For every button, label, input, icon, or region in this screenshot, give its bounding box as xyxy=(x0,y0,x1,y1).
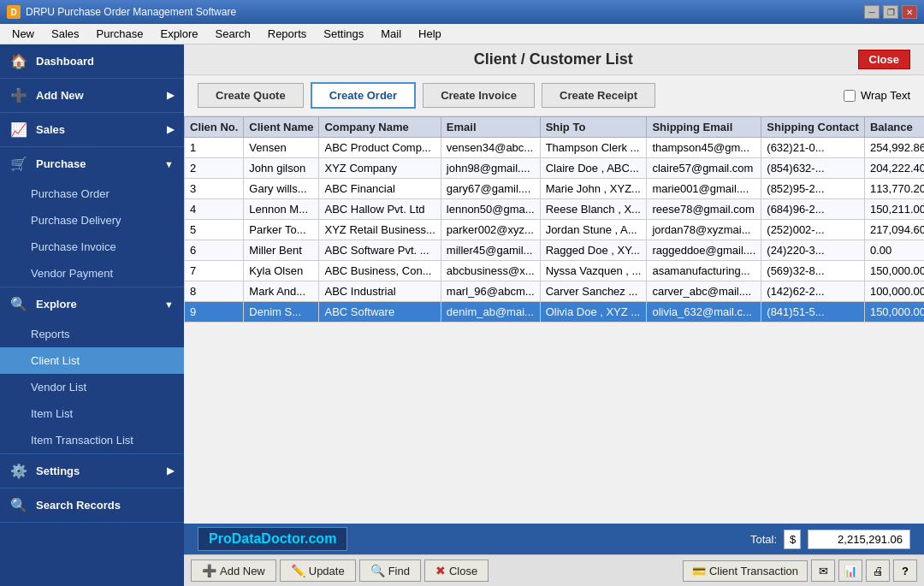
add-new-arrow-icon: ▶ xyxy=(167,90,174,101)
create-receipt-button[interactable]: Create Receipt xyxy=(542,83,655,108)
sidebar-section-purchase: 🛒 Purchase ▼ Purchase Order Purchase Del… xyxy=(0,147,184,287)
table-row[interactable]: 2John gilsonXYZ Companyjohn98@gmail....C… xyxy=(185,158,925,179)
footer-bar: ➕ Add New ✏️ Update 🔍 Find ✖ Close 💳 Cli… xyxy=(184,554,924,586)
close-footer-icon: ✖ xyxy=(435,564,446,577)
sidebar: 🏠 Dashboard ➕ Add New ▶ 📈 Sales ▶ 🛒 xyxy=(0,44,184,586)
sidebar-item-settings[interactable]: ⚙️ Settings ▶ xyxy=(0,454,184,488)
menu-new[interactable]: New xyxy=(3,26,43,42)
explore-arrow-icon: ▼ xyxy=(164,299,174,310)
update-icon: ✏️ xyxy=(291,564,305,577)
table-row[interactable]: 1VensenABC Product Comp...vensen34@abc..… xyxy=(185,138,925,158)
sidebar-sales-label: Sales xyxy=(36,123,65,136)
dashboard-icon: 🏠 xyxy=(10,53,27,69)
sidebar-item-item-list[interactable]: Item List xyxy=(0,400,184,427)
client-transaction-button[interactable]: 💳 Client Transaction xyxy=(683,560,808,582)
settings-arrow-icon: ▶ xyxy=(167,465,174,476)
menu-mail[interactable]: Mail xyxy=(372,26,410,42)
sidebar-item-sales[interactable]: 📈 Sales ▶ xyxy=(0,113,184,146)
minimize-button[interactable]: ─ xyxy=(864,5,880,19)
bottom-bar: ProDataDoctor.com Total: $ 2,215,291.06 xyxy=(184,524,924,554)
table-row[interactable]: 7Kyla OlsenABC Business, Con...abcbusine… xyxy=(185,261,925,281)
restore-button[interactable]: ❐ xyxy=(883,5,898,19)
col-client-no: Clien No. xyxy=(185,117,244,138)
help-button[interactable]: ? xyxy=(893,559,917,582)
close-footer-button[interactable]: ✖ Close xyxy=(424,559,489,582)
menu-purchase[interactable]: Purchase xyxy=(88,26,152,42)
total-value: 2,215,291.06 xyxy=(808,530,910,549)
currency-symbol: $ xyxy=(784,530,801,549)
wrap-text-label: Wrap Text xyxy=(861,89,910,102)
find-icon: 🔍 xyxy=(370,564,385,577)
sidebar-section-explore: 🔍 Explore ▼ Reports Client List Vendor L… xyxy=(0,287,184,454)
add-new-footer-icon: ➕ xyxy=(202,564,216,577)
client-transaction-label: Client Transaction xyxy=(709,565,798,577)
help-icon: ? xyxy=(902,565,909,577)
app-title: DRPU Purchase Order Management Software xyxy=(26,6,236,18)
table-row[interactable]: 5Parker To...XYZ Retail Business...parke… xyxy=(185,220,925,240)
sales-icon: 📈 xyxy=(10,121,27,138)
menu-settings[interactable]: Settings xyxy=(315,26,372,42)
window-close-button[interactable]: ✕ xyxy=(902,5,917,19)
title-bar: D DRPU Purchase Order Management Softwar… xyxy=(0,0,924,24)
sidebar-item-reports[interactable]: Reports xyxy=(0,321,184,347)
update-button[interactable]: ✏️ Update xyxy=(280,559,356,582)
client-table: Clien No. Client Name Company Name Email… xyxy=(184,116,924,323)
sidebar-explore-label: Explore xyxy=(36,298,77,311)
explore-icon: 🔍 xyxy=(10,296,27,312)
sidebar-search-records-label: Search Records xyxy=(36,499,121,512)
sidebar-item-client-list[interactable]: Client List xyxy=(0,347,184,374)
app-icon: D xyxy=(7,5,21,19)
sidebar-item-vendor-list[interactable]: Vendor List xyxy=(0,374,184,400)
total-label: Total: xyxy=(750,533,777,546)
sidebar-item-search-records[interactable]: 🔍 Search Records xyxy=(0,488,184,522)
page-close-button[interactable]: Close xyxy=(858,50,910,69)
excel-button[interactable]: 📊 xyxy=(838,559,862,582)
window-controls[interactable]: ─ ❐ ✕ xyxy=(864,5,917,19)
sidebar-section-sales: 📈 Sales ▶ xyxy=(0,113,184,147)
sidebar-item-vendor-payment[interactable]: Vendor Payment xyxy=(0,260,184,287)
email-button[interactable]: ✉ xyxy=(811,559,835,582)
sidebar-section-settings: ⚙️ Settings ▶ xyxy=(0,454,184,488)
table-row[interactable]: 8Mark And...ABC Industrialmarl_96@abcm..… xyxy=(185,281,925,302)
create-invoice-button[interactable]: Create Invoice xyxy=(423,83,535,108)
table-row[interactable]: 6Miller BentABC Software Pvt. ...miller4… xyxy=(185,240,925,261)
menu-reports[interactable]: Reports xyxy=(259,26,316,42)
find-button[interactable]: 🔍 Find xyxy=(359,559,421,582)
sidebar-settings-label: Settings xyxy=(36,465,80,477)
update-label: Update xyxy=(309,565,345,577)
create-order-button[interactable]: Create Order xyxy=(311,82,416,109)
sidebar-item-explore[interactable]: 🔍 Explore ▼ xyxy=(0,287,184,321)
sidebar-item-add-new[interactable]: ➕ Add New ▶ xyxy=(0,79,184,112)
table-row[interactable]: 4Lennon M...ABC Hallow Pvt. Ltdlennon50@… xyxy=(185,199,925,220)
col-email: Email xyxy=(441,117,540,138)
sidebar-item-purchase-invoice[interactable]: Purchase Invoice xyxy=(0,234,184,260)
purchase-icon: 🛒 xyxy=(10,156,27,172)
page-header: Client / Customer List Close xyxy=(184,44,924,75)
col-ship-to: Ship To xyxy=(540,117,647,138)
menu-explore[interactable]: Explore xyxy=(151,26,206,42)
sidebar-item-purchase-delivery[interactable]: Purchase Delivery xyxy=(0,207,184,234)
sidebar-item-purchase[interactable]: 🛒 Purchase ▼ xyxy=(0,147,184,181)
wrap-text-checkbox[interactable] xyxy=(844,90,856,102)
excel-icon: 📊 xyxy=(844,565,857,577)
sidebar-item-purchase-order[interactable]: Purchase Order xyxy=(0,181,184,207)
menu-help[interactable]: Help xyxy=(410,26,450,42)
print-button[interactable]: 🖨 xyxy=(866,559,890,582)
table-container: Clien No. Client Name Company Name Email… xyxy=(184,116,924,524)
sidebar-item-dashboard[interactable]: 🏠 Dashboard xyxy=(0,44,184,78)
col-client-name: Client Name xyxy=(244,117,319,138)
sales-arrow-icon: ▶ xyxy=(167,124,174,135)
sidebar-section-dashboard: 🏠 Dashboard xyxy=(0,44,184,79)
menu-search[interactable]: Search xyxy=(207,26,259,42)
table-row[interactable]: 3Gary wills...ABC Financialgary67@gamil.… xyxy=(185,179,925,199)
create-quote-button[interactable]: Create Quote xyxy=(198,83,304,108)
col-balance: Balance xyxy=(864,117,924,138)
sidebar-item-item-transaction-list[interactable]: Item Transaction List xyxy=(0,427,184,453)
find-label: Find xyxy=(388,565,410,577)
menu-bar: New Sales Purchase Explore Search Report… xyxy=(0,24,924,44)
menu-sales[interactable]: Sales xyxy=(43,26,88,42)
add-new-button[interactable]: ➕ Add New xyxy=(191,559,276,582)
print-icon: 🖨 xyxy=(873,565,884,577)
col-shipping-email: Shipping Email xyxy=(647,117,761,138)
table-row[interactable]: 9Denim S...ABC Softwaredenim_ab@mai...Ol… xyxy=(185,302,925,323)
